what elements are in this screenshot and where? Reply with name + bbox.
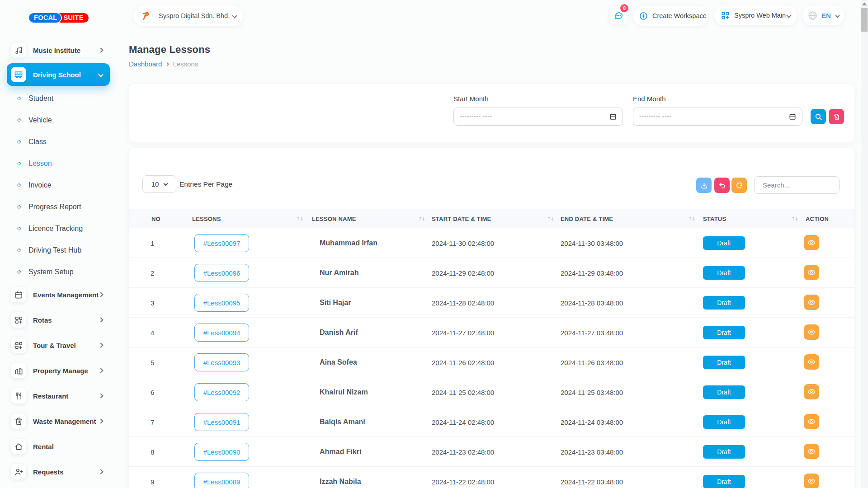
breadcrumb-dashboard-link[interactable]: Dashboard — [129, 60, 162, 68]
calendar-icon — [789, 113, 796, 120]
scrollbar-up-arrow-icon[interactable] — [862, 2, 867, 5]
eye-icon — [807, 447, 816, 455]
sidebar-item-rotas[interactable]: Rotas — [7, 309, 110, 331]
sort-icon[interactable]: ↑↓ — [296, 209, 302, 229]
column-header-start-date-time[interactable]: START DATE & TIME — [432, 209, 491, 229]
cell-end-date: 2024-11-24 03:48:00 — [561, 407, 623, 437]
sort-icon[interactable]: ↑↓ — [688, 209, 694, 229]
column-header-end-date-time[interactable]: END DATE & TIME — [561, 209, 613, 229]
music-note-icon — [11, 42, 26, 58]
cell-end-date: 2024-11-26 03:48:00 — [561, 347, 623, 377]
end-month-input[interactable]: --------- ---- — [633, 108, 802, 126]
status-dot-icon — [16, 183, 21, 188]
sidebar-item-events-management[interactable]: Events Management — [7, 283, 110, 306]
sidebar-subitem-vehicle[interactable]: Vehicle — [0, 114, 117, 127]
app-switcher[interactable]: Syspro Web Main — [714, 5, 797, 25]
refresh-icon — [736, 182, 743, 189]
lesson-id-button[interactable]: #Less00090 — [194, 443, 249, 461]
sidebar-item-music-institute[interactable]: Music Institute — [7, 39, 110, 61]
column-header-lessons[interactable]: LESSONS — [192, 209, 221, 229]
view-action-button[interactable] — [804, 265, 819, 280]
sort-icon[interactable]: ↑↓ — [418, 209, 425, 229]
cell-lesson-name: Ahmad Fikri — [320, 437, 361, 467]
entries-per-page-select[interactable]: 10 — [142, 175, 176, 193]
status-badge: Draft — [703, 415, 745, 429]
sidebar-item-property-manage[interactable]: Property Manage — [7, 359, 110, 382]
sidebar-subitem-driving-test-hub[interactable]: Driving Test Hub — [0, 244, 117, 257]
trash-icon — [11, 413, 26, 429]
breadcrumb: Dashboard Lessons — [129, 60, 198, 68]
grid-plus-icon — [11, 312, 26, 328]
cell-end-date: 2024-11-22 03:48:00 — [561, 467, 623, 488]
lesson-id-button[interactable]: #Less00094 — [194, 324, 249, 342]
sidebar-item-driving-school[interactable]: Driving School — [7, 63, 110, 86]
cell-lesson-name: Nur Amirah — [320, 258, 359, 288]
refresh-button[interactable] — [731, 178, 747, 193]
sidebar-item-requests[interactable]: Requests — [7, 460, 110, 483]
table-row: 2 #Less00096 Nur Amirah 2024-11-29 02:48… — [129, 258, 854, 288]
lesson-id-button[interactable]: #Less00091 — [194, 413, 249, 431]
status-badge: Draft — [703, 266, 745, 280]
view-action-button[interactable] — [804, 295, 819, 310]
cell-start-date: 2024-11-24 02:48:00 — [432, 407, 494, 437]
sidebar-subitem-class[interactable]: Class — [0, 136, 117, 148]
sidebar-subitem-lesson[interactable]: Lesson — [0, 157, 117, 170]
eye-icon — [807, 298, 816, 306]
language-selector[interactable]: EN — [802, 5, 844, 25]
cell-lesson-name: Izzah Nabila — [320, 467, 361, 488]
create-workspace-label: Create Workspace — [652, 12, 707, 19]
view-action-button[interactable] — [804, 384, 819, 399]
end-month-label: End Month — [633, 95, 666, 103]
cell-start-date: 2024-11-27 02:48:00 — [432, 318, 494, 347]
chat-badge: 0 — [620, 4, 628, 12]
workspace-logo-icon — [138, 9, 153, 23]
lesson-id-button[interactable]: #Less00093 — [194, 353, 249, 371]
column-header-lesson-name[interactable]: LESSON NAME — [312, 209, 356, 229]
view-action-button[interactable] — [804, 414, 819, 429]
cell-no: 2 — [151, 258, 154, 288]
table-row: 5 #Less00093 Aina Sofea 2024-11-26 02:48… — [129, 347, 854, 377]
export-button[interactable] — [696, 178, 712, 193]
cell-start-date: 2024-11-30 02:48:00 — [432, 228, 494, 258]
sidebar-subitem-invoice[interactable]: Invoice — [0, 179, 117, 192]
view-action-button[interactable] — [804, 354, 819, 370]
scrollbar-thumb[interactable] — [861, 8, 868, 32]
sidebar-item-tour-travel[interactable]: Tour & Travel — [7, 334, 110, 357]
lesson-id-button[interactable]: #Less00089 — [194, 473, 249, 488]
filter-search-button[interactable] — [811, 109, 826, 124]
workspace-selector[interactable]: Syspro Digital Sdn. Bhd. — [133, 5, 243, 26]
sort-icon[interactable]: ↑↓ — [547, 209, 553, 229]
column-header-no: NO — [151, 209, 160, 229]
sidebar-item-waste-management[interactable]: Waste Management — [7, 410, 110, 432]
lesson-id-button[interactable]: #Less00096 — [194, 264, 249, 282]
view-action-button[interactable] — [804, 235, 819, 250]
column-header-status[interactable]: STATUS — [703, 209, 726, 229]
filter-clear-button[interactable] — [829, 109, 844, 124]
view-action-button[interactable] — [804, 324, 819, 340]
cell-start-date: 2024-11-25 02:48:00 — [432, 377, 494, 407]
table-header: NOLESSONS↑↓LESSON NAME↑↓START DATE & TIM… — [129, 209, 854, 228]
status-dot-icon — [16, 139, 21, 144]
status-badge: Draft — [703, 326, 745, 339]
sort-icon[interactable]: ↑↓ — [791, 209, 797, 229]
sidebar-subitem-licence-tracking[interactable]: Licence Tracking — [0, 222, 117, 235]
lesson-id-button[interactable]: #Less00095 — [194, 294, 249, 312]
view-action-button[interactable] — [804, 444, 819, 459]
sidebar-subitem-progress-report[interactable]: Progress Report — [0, 201, 117, 213]
start-month-input[interactable]: --------- ---- — [453, 108, 623, 126]
plus-circle-icon — [639, 12, 648, 20]
lesson-id-button[interactable]: #Less00097 — [194, 234, 249, 252]
sidebar-subitem-system-setup[interactable]: System Setup — [0, 266, 117, 278]
sidebar-subitem-student[interactable]: Student — [0, 92, 117, 105]
cell-no: 8 — [151, 437, 154, 467]
table-search-input[interactable]: Search... — [754, 176, 840, 194]
sidebar-item-rental[interactable]: Rental — [7, 435, 110, 458]
column-header-action: ACTION — [806, 209, 829, 229]
undo-button[interactable] — [714, 178, 730, 193]
view-action-button[interactable] — [804, 474, 819, 488]
lesson-id-button[interactable]: #Less00092 — [194, 383, 249, 401]
clear-filter-icon — [833, 113, 840, 120]
page-scrollbar[interactable] — [861, 0, 868, 488]
sidebar-item-restaurant[interactable]: Restaurant — [7, 385, 110, 407]
create-workspace-button[interactable]: Create Workspace — [633, 6, 708, 26]
